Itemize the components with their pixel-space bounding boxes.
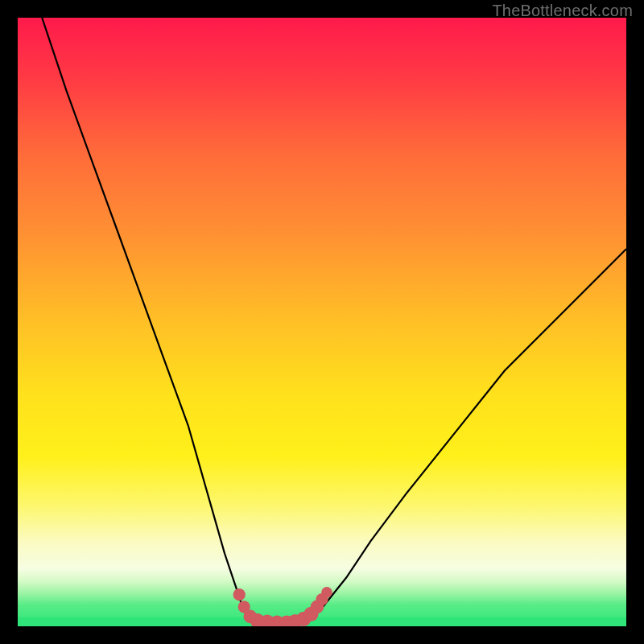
plot-area bbox=[18, 18, 626, 626]
green-band bbox=[18, 617, 626, 626]
gradient-background bbox=[18, 18, 626, 626]
watermark-text: TheBottleneck.com bbox=[492, 2, 633, 20]
marker-dot bbox=[233, 588, 246, 601]
marker-dot bbox=[321, 587, 332, 598]
chart-svg bbox=[18, 18, 626, 626]
outer-frame: TheBottleneck.com bbox=[0, 0, 644, 644]
